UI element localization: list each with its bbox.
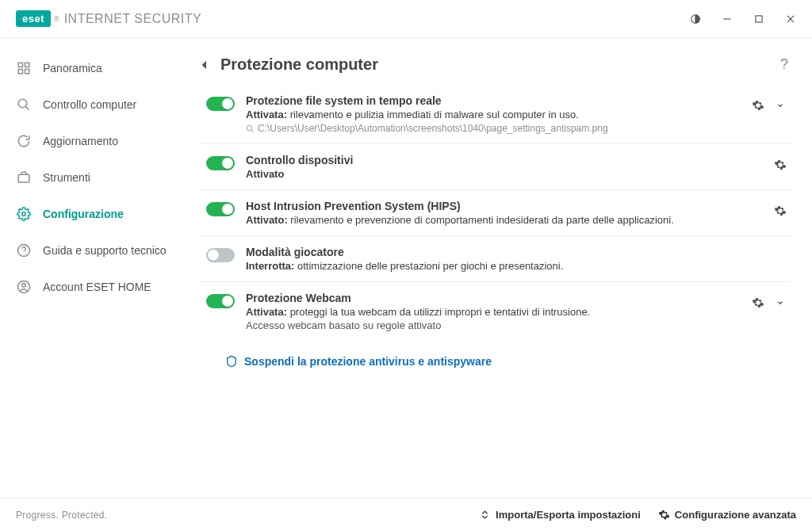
- setting-realtime-protection: Protezione file system in tempo reale At…: [198, 85, 791, 144]
- sidebar-item-setup[interactable]: Configurazione: [6, 198, 184, 230]
- setting-webcam-protection: Protezione Webcam Attivata: proteggi la …: [198, 282, 791, 341]
- sidebar-item-label: Account ESET HOME: [43, 281, 151, 294]
- close-button[interactable]: [783, 12, 798, 26]
- sidebar-item-label: Configurazione: [43, 208, 124, 221]
- import-export-button[interactable]: Importa/Esporta impostazioni: [479, 509, 641, 521]
- brand-badge: eset: [16, 10, 51, 27]
- import-export-label: Importa/Esporta impostazioni: [496, 509, 641, 521]
- refresh-icon: [16, 133, 32, 149]
- footer-slogan: Progress. Protected.: [16, 510, 107, 521]
- setting-title: Host Intrusion Prevention System (HIPS): [246, 200, 760, 212]
- setting-subtext: Accesso webcam basato su regole attivato: [246, 319, 737, 331]
- registered-mark: ®: [54, 15, 59, 23]
- toggle-webcam-protection[interactable]: [206, 294, 235, 308]
- chevron-down-icon[interactable]: [771, 96, 790, 115]
- setting-status: Attivata: proteggi la tua webcam da util…: [246, 306, 737, 318]
- setting-title: Controllo dispositivi: [246, 154, 760, 166]
- setting-title: Protezione file system in tempo reale: [246, 94, 737, 107]
- advanced-setup-label: Configurazione avanzata: [675, 509, 796, 521]
- titlebar: eset ® INTERNET SECURITY: [0, 0, 812, 38]
- contrast-icon[interactable]: [688, 12, 703, 26]
- sidebar-item-label: Strumenti: [43, 171, 90, 185]
- toggle-realtime-protection[interactable]: [206, 97, 235, 111]
- svg-rect-6: [25, 63, 29, 67]
- suspend-protection-label: Sospendi la protezione antivirus e antis…: [244, 355, 492, 368]
- footer: Progress. Protected. Importa/Esporta imp…: [0, 498, 812, 531]
- sidebar-item-help[interactable]: Guida e supporto tecnico: [6, 235, 184, 266]
- svg-point-16: [22, 284, 26, 288]
- setting-title: Protezione Webcam: [246, 292, 737, 304]
- suspend-protection-link[interactable]: Sospendi la protezione antivirus e antis…: [198, 341, 791, 368]
- toggle-device-control[interactable]: [206, 156, 235, 170]
- sidebar-item-label: Panoramica: [43, 62, 102, 75]
- minimize-button[interactable]: [720, 12, 734, 26]
- settings-gear-button[interactable]: [749, 96, 768, 115]
- toggle-gamer-mode[interactable]: [206, 248, 235, 262]
- svg-line-10: [25, 106, 29, 110]
- svg-line-18: [251, 129, 254, 132]
- gear-icon: [658, 509, 670, 521]
- sidebar-item-account[interactable]: Account ESET HOME: [6, 271, 184, 303]
- setting-status: Attivato: [246, 168, 760, 180]
- sidebar: Panoramica Controllo computer Aggiorname…: [0, 38, 190, 498]
- gear-icon: [16, 206, 32, 222]
- svg-rect-2: [756, 15, 762, 21]
- magnifier-icon: [16, 97, 32, 113]
- sidebar-item-tools[interactable]: Strumenti: [6, 162, 184, 193]
- settings-gear-button[interactable]: [771, 201, 790, 220]
- sidebar-item-update[interactable]: Aggiornamento: [6, 125, 184, 157]
- settings-gear-button[interactable]: [749, 293, 768, 312]
- sidebar-item-label: Controllo computer: [43, 98, 136, 112]
- briefcase-icon: [16, 170, 32, 185]
- sidebar-item-scan[interactable]: Controllo computer: [6, 89, 184, 120]
- back-button[interactable]: [198, 59, 211, 71]
- import-export-icon: [479, 509, 491, 521]
- svg-point-9: [18, 99, 27, 108]
- svg-rect-5: [18, 63, 22, 67]
- maximize-button[interactable]: [752, 12, 766, 26]
- settings-list: Protezione file system in tempo reale At…: [198, 85, 791, 341]
- context-help-button[interactable]: ?: [777, 56, 791, 73]
- toggle-hips[interactable]: [206, 202, 235, 216]
- shield-icon: [225, 355, 238, 368]
- setting-hips: Host Intrusion Prevention System (HIPS) …: [198, 190, 791, 236]
- setting-device-control: Controllo dispositivi Attivato: [198, 144, 791, 190]
- window-controls: [688, 12, 802, 26]
- sidebar-item-label: Guida e supporto tecnico: [43, 244, 167, 258]
- setting-gamer-mode: Modalità giocatore Interrotta: ottimizza…: [198, 236, 791, 282]
- svg-rect-7: [18, 70, 22, 74]
- page-title: Protezione computer: [220, 55, 768, 74]
- account-icon: [16, 279, 32, 295]
- overview-icon: [16, 60, 32, 76]
- page-header: Protezione computer ?: [198, 52, 791, 85]
- chevron-down-icon[interactable]: [771, 293, 790, 312]
- setting-status: Interrotta: ottimizzazione delle prestaz…: [246, 260, 779, 272]
- advanced-setup-button[interactable]: Configurazione avanzata: [658, 509, 796, 521]
- svg-rect-8: [25, 70, 29, 74]
- svg-point-12: [22, 212, 26, 216]
- setting-status: Attivato: rilevamento e prevenzione di c…: [246, 214, 760, 226]
- sidebar-item-label: Aggiornamento: [43, 135, 118, 148]
- setting-status: Attivata: rilevamento e pulizia immediat…: [246, 109, 737, 120]
- svg-rect-11: [18, 174, 29, 182]
- help-icon: [16, 243, 32, 258]
- settings-gear-button[interactable]: [771, 155, 790, 174]
- setting-title: Modalità giocatore: [246, 246, 779, 258]
- svg-point-17: [247, 125, 251, 130]
- setting-scan-path: C:\Users\User\Desktop\Automation\screens…: [246, 123, 737, 134]
- sidebar-item-overview[interactable]: Panoramica: [6, 52, 184, 84]
- main-content: Protezione computer ? Protezione file sy…: [190, 38, 812, 498]
- product-name: INTERNET SECURITY: [64, 12, 202, 26]
